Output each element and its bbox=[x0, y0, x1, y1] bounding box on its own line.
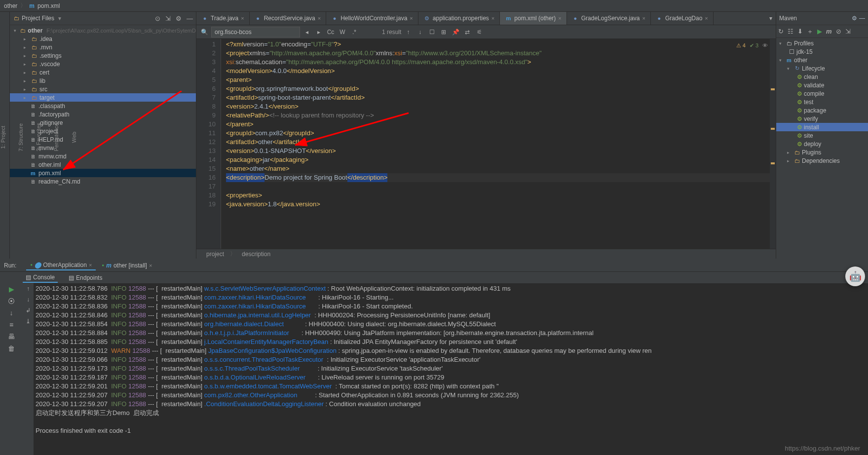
filter-icon[interactable]: ⚟ bbox=[474, 27, 484, 37]
reload-icon[interactable]: ↻ bbox=[778, 28, 784, 35]
editor-tab[interactable]: ●RecordService.java× bbox=[250, 12, 326, 25]
match-case-icon[interactable]: Cc bbox=[326, 27, 336, 37]
run-config-tab[interactable]: ●⬤OtherApplication× bbox=[26, 261, 96, 270]
down2-icon[interactable]: ↓ bbox=[27, 296, 30, 303]
chevron-down-icon[interactable]: ▼ bbox=[57, 16, 62, 21]
tree-file[interactable]: 🗎.factorypath bbox=[10, 110, 196, 118]
run-icon[interactable]: ▶ bbox=[817, 28, 822, 35]
select-all-icon[interactable]: ☐ bbox=[427, 27, 437, 37]
tree-folder-target[interactable]: ▸🗀target bbox=[10, 93, 196, 102]
close-icon[interactable]: × bbox=[241, 15, 244, 21]
tree-file[interactable]: 🗎mvnw.cmd bbox=[10, 152, 196, 160]
maven-goal[interactable]: ⚙validate bbox=[776, 81, 868, 89]
code-editor[interactable]: 12345678910111213141516171819 <?xml vers… bbox=[196, 39, 776, 249]
tree-folder[interactable]: ▸🗀.mvn bbox=[10, 43, 196, 51]
editor-tab[interactable]: mpom.xml (other)× bbox=[500, 12, 566, 25]
breadcrumb-file[interactable]: pom.xml bbox=[38, 2, 60, 9]
m-icon[interactable]: m bbox=[826, 28, 832, 35]
breadcrumb-root[interactable]: other bbox=[4, 2, 17, 9]
download-icon[interactable]: ⬇ bbox=[797, 28, 803, 35]
find-input[interactable] bbox=[211, 27, 300, 38]
maven-goal[interactable]: ⚙verify bbox=[776, 114, 868, 123]
find-bar: 🔍 ◂ ▸ Cc W .* 1 result ↑ ↓ ☐ ⊞ 📌 ⇄ ⚟ bbox=[196, 25, 776, 39]
favorites-toolwindow-tab[interactable]: 2: Favorites bbox=[36, 123, 41, 151]
tree-file[interactable]: 🗎other.iml bbox=[10, 160, 196, 169]
structure-toolwindow-tab[interactable]: 7: Structure bbox=[18, 123, 24, 152]
project-view-title[interactable]: Project Files bbox=[22, 15, 54, 22]
maven-goal[interactable]: ⚙clean bbox=[776, 73, 868, 81]
tree-file[interactable]: mpom.xml bbox=[10, 169, 196, 177]
tree-folder[interactable]: ▸🗀.idea bbox=[10, 35, 196, 43]
editor-tab[interactable]: ●HelloWorldController.java× bbox=[326, 12, 418, 25]
down-icon[interactable]: ↓ bbox=[10, 309, 13, 317]
tree-folder[interactable]: ▸🗀.settings bbox=[10, 51, 196, 60]
project-toolwindow-tab[interactable]: 1: Project bbox=[0, 126, 6, 149]
maven-goal[interactable]: ⚙install bbox=[776, 123, 868, 131]
maven-goal[interactable]: ⚙site bbox=[776, 131, 868, 140]
tree-folder[interactable]: ▸🗀cert bbox=[10, 68, 196, 76]
up-icon[interactable]: ↑ bbox=[27, 285, 30, 292]
stop-icon[interactable]: ⦿ bbox=[8, 297, 15, 305]
show-deps-icon[interactable]: ⇲ bbox=[845, 28, 851, 35]
up-arrow-icon[interactable]: ↑ bbox=[403, 27, 413, 37]
add-selection-icon[interactable]: ⊞ bbox=[439, 27, 449, 37]
tree-folder[interactable]: ▸🗀.vscode bbox=[10, 60, 196, 68]
down-arrow-icon[interactable]: ↓ bbox=[415, 27, 425, 37]
wrap-icon[interactable]: ↲ bbox=[26, 307, 31, 314]
close-icon[interactable]: × bbox=[318, 15, 321, 21]
next-match-icon[interactable]: ▸ bbox=[314, 27, 324, 37]
maven-goal[interactable]: ⚙test bbox=[776, 98, 868, 106]
tree-file[interactable]: 🗎readme_CN.md bbox=[10, 177, 196, 186]
code-content[interactable]: <?xml version="1.0" encoding="UTF-8"?><p… bbox=[221, 39, 776, 249]
add-icon[interactable]: ＋ bbox=[807, 27, 813, 36]
editor-tab[interactable]: ●GradeLogService.java× bbox=[567, 12, 651, 25]
print-icon[interactable]: 🖶 bbox=[8, 333, 15, 341]
close-icon[interactable]: × bbox=[491, 15, 494, 21]
settings-icon[interactable]: ⚙ bbox=[176, 15, 182, 22]
run-subtab[interactable]: ▤Console bbox=[23, 273, 58, 283]
run-config-tab[interactable]: ●mother [install]× bbox=[98, 261, 156, 270]
tree-folder[interactable]: ▸🗀src bbox=[10, 85, 196, 93]
hide-icon[interactable]: — bbox=[859, 15, 865, 22]
regex-icon[interactable]: .* bbox=[349, 27, 359, 37]
maven-goal[interactable]: ⚙deploy bbox=[776, 140, 868, 148]
generate-icon[interactable]: ☷ bbox=[788, 28, 793, 35]
inspections-widget[interactable]: ⚠ 4 ✔ 3 👁 bbox=[736, 41, 768, 50]
editor-tab[interactable]: ●Trade.java× bbox=[196, 12, 250, 25]
error-stripe[interactable] bbox=[770, 39, 776, 249]
gear-icon[interactable]: ⚙ bbox=[852, 15, 857, 22]
locate-icon[interactable]: ⊙ bbox=[155, 15, 160, 22]
editor-tab[interactable]: ⚙application.properties× bbox=[418, 12, 500, 25]
maven-goal[interactable]: ⚙package bbox=[776, 106, 868, 114]
eye-icon[interactable]: 👁 bbox=[762, 41, 768, 50]
pin-icon[interactable]: 📌 bbox=[451, 27, 460, 37]
toggle-icon[interactable]: ⇄ bbox=[462, 27, 472, 37]
words-icon[interactable]: W bbox=[338, 27, 347, 37]
run-subtab[interactable]: ▤Endpoints bbox=[66, 273, 105, 282]
assistant-avatar[interactable]: 🤖 bbox=[845, 266, 865, 286]
collapse-icon[interactable]: ⇲ bbox=[165, 15, 171, 22]
toggle-skip-icon[interactable]: ⊘ bbox=[836, 28, 841, 35]
tabs-dropdown-icon[interactable]: ▾ bbox=[766, 13, 776, 23]
tree-file[interactable]: 🗎.classpath bbox=[10, 102, 196, 110]
tree-folder[interactable]: ▸🗀lib bbox=[10, 76, 196, 85]
maven-goal[interactable]: ⚙compile bbox=[776, 89, 868, 98]
prev-match-icon[interactable]: ◂ bbox=[302, 27, 312, 37]
layout-icon[interactable]: ≡ bbox=[9, 321, 13, 329]
close-icon[interactable]: × bbox=[705, 15, 708, 21]
scroll-icon[interactable]: ⤓ bbox=[26, 318, 31, 325]
hide-icon[interactable]: — bbox=[187, 15, 193, 22]
close-icon[interactable]: × bbox=[642, 15, 645, 21]
console-output[interactable]: 2020-12-30 11:22:58.786 INFO 12588 --- [… bbox=[34, 283, 868, 455]
breadcrumb: other 〉 m pom.xml bbox=[0, 0, 868, 12]
persistence-toolwindow-tab[interactable]: Persistence bbox=[53, 123, 59, 151]
editor-tab[interactable]: ●GradeLogDao× bbox=[651, 12, 714, 25]
web-toolwindow-tab[interactable]: Web bbox=[71, 132, 77, 143]
maven-tree[interactable]: ▾🗀Profiles☐jdk-15▾mother▾↻Lifecycle⚙clea… bbox=[776, 38, 868, 166]
trash-icon[interactable]: 🗑 bbox=[8, 344, 15, 352]
rerun-icon[interactable]: ▶ bbox=[9, 285, 14, 293]
close-icon[interactable]: × bbox=[410, 15, 413, 21]
close-icon[interactable]: × bbox=[558, 15, 561, 21]
search-icon[interactable]: 🔍 bbox=[199, 27, 209, 37]
editor-breadcrumbs[interactable]: project 〉 description bbox=[196, 249, 776, 259]
